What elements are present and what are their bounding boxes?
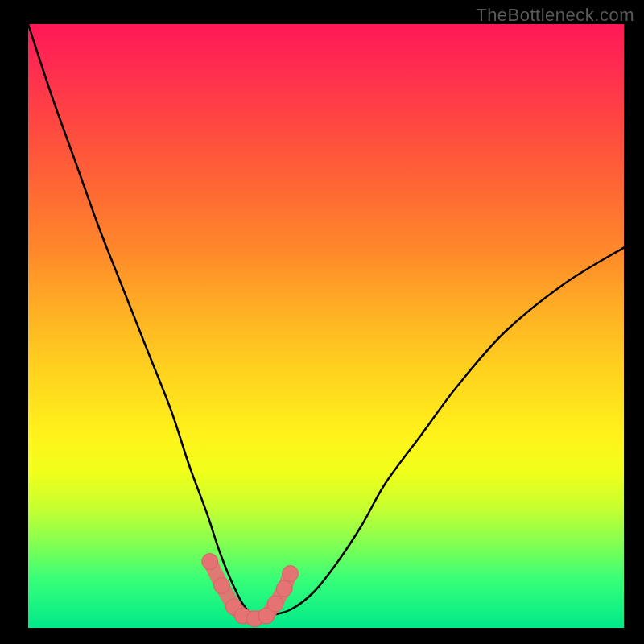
watermark-text: TheBottleneck.com <box>476 5 634 26</box>
bottleneck-curve <box>28 24 624 617</box>
chart-svg <box>28 24 624 628</box>
marker-dot <box>267 596 283 612</box>
plot-area <box>28 24 624 628</box>
chart-frame: TheBottleneck.com <box>0 0 644 644</box>
marker-dot <box>214 578 230 594</box>
marker-dot <box>283 566 299 582</box>
marker-dot <box>276 580 292 597</box>
marker-dot <box>202 554 218 570</box>
